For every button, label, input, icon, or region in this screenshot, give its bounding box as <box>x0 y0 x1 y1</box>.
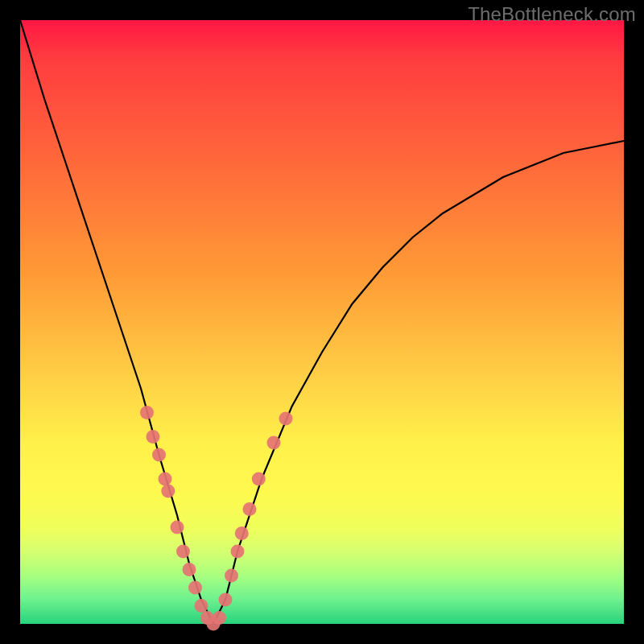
curve-marker <box>152 448 166 462</box>
curve-marker <box>225 569 238 583</box>
curve-marker <box>176 545 190 559</box>
curve-marker <box>147 430 160 444</box>
curve-marker <box>161 485 175 498</box>
curve-marker <box>171 521 184 535</box>
curve-marker <box>195 599 208 613</box>
curve-marker <box>235 526 249 540</box>
curve-markers <box>140 406 293 631</box>
attribution-text: TheBottleneck.com <box>468 3 636 26</box>
curve-marker <box>231 545 245 559</box>
curve-marker <box>183 563 196 576</box>
curve-marker <box>159 473 172 486</box>
bottleneck-curve <box>20 20 624 624</box>
curve-marker <box>188 581 202 595</box>
curve-marker <box>140 406 154 419</box>
curve-marker <box>279 412 293 426</box>
bottleneck-plot <box>20 20 624 624</box>
curve-marker <box>219 593 233 607</box>
chart-area <box>20 20 624 624</box>
curve-marker <box>243 502 257 516</box>
curve-marker <box>267 436 281 450</box>
curve-marker <box>213 611 226 625</box>
curve-marker <box>252 473 266 486</box>
